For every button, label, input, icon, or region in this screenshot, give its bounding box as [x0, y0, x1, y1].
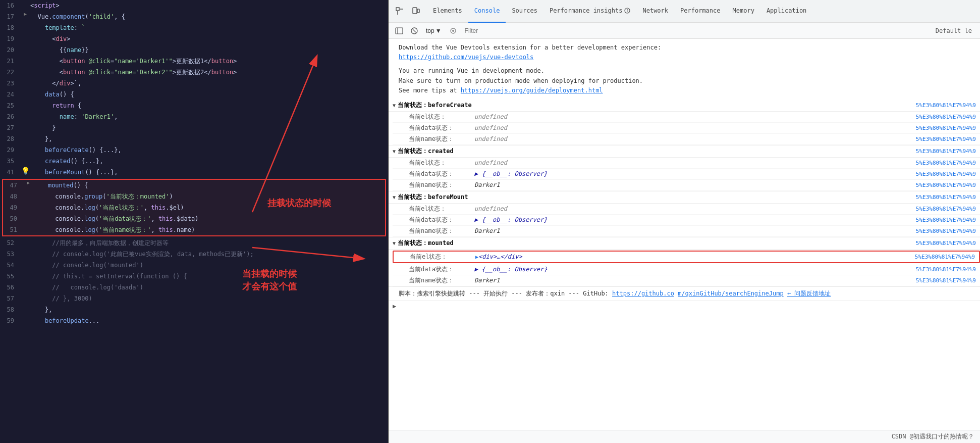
clear-console-button[interactable] [408, 24, 421, 37]
code-line-59: 59 beforeUpdate... [0, 315, 388, 326]
beforecreate-name-link[interactable]: 5%E3%80%81%E7%94%9 [916, 136, 976, 142]
beforemount-data-link[interactable]: 5%E3%80%81%E7%94%9 [916, 217, 976, 223]
csdn-text: CSDN @初遇我口寸的热情呢？ [892, 432, 974, 441]
console-output-area[interactable]: Download the Vue Devtools extension for … [389, 39, 980, 430]
code-line-55: 55 // this.t = setInterval(function () { [0, 271, 388, 282]
deployment-link[interactable]: https://vuejs.org/guide/deployment.html [461, 87, 603, 94]
tab-performance[interactable]: Performance [674, 0, 726, 23]
console-filter-input[interactable] [462, 26, 934, 35]
github-link2[interactable]: m/qxinGitHub/searchEngineJump [678, 290, 784, 297]
beforecreate-el-link[interactable]: 5%E3%80%81%E7%94%9 [916, 114, 976, 120]
mounted-name-row: 当前name状态： Darker1 5%E3%80%81%E7%94%9 [393, 275, 980, 286]
tab-console[interactable]: Console [468, 0, 506, 23]
expand-icon-beforemount: ▼ [393, 194, 396, 200]
section-mounted: ▼ 当前状态：mounted 5%E3%80%81%E7%94%9 当前el状态… [389, 237, 980, 287]
svg-rect-7 [417, 9, 419, 13]
section-mounted-content: 当前el状态： ▶ <div>…</div> 5%E3%80%81%E7%94%… [389, 251, 980, 286]
feedback-link[interactable]: ← 问题反馈地址 [787, 290, 831, 297]
code-line-35: 35 created() {...}, [0, 156, 388, 167]
svg-rect-3 [396, 8, 399, 11]
created-source-link[interactable]: 5%E3%80%81%E7%94%9 [916, 148, 976, 155]
default-level-selector[interactable]: Default le [936, 27, 976, 34]
code-line-28: 28 }, [0, 133, 388, 144]
tab-elements[interactable]: Elements [427, 0, 468, 23]
section-beforemount-content: 当前el状态： undefined 5%E3%80%81%E7%94%9 当前d… [389, 204, 980, 237]
tab-network[interactable]: Network [636, 0, 674, 23]
tab-performance-insights[interactable]: Performance insights [543, 0, 637, 23]
beforecreate-data-link[interactable]: 5%E3%80%81%E7%94%9 [916, 125, 976, 131]
mounted-name-link[interactable]: 5%E3%80%81%E7%94%9 [916, 277, 976, 284]
section-beforecreate-header[interactable]: ▼ 当前状态：beforeCreate 5%E3%80%81%E7%94%9 [389, 100, 980, 112]
section-beforemount: ▼ 当前状态：beforeMount 5%E3%80%81%E7%94%9 当前… [389, 191, 980, 237]
expand-icon-mounted: ▼ [393, 240, 396, 246]
tab-sources[interactable]: Sources [506, 0, 543, 23]
code-line-26: 26 name: 'Darker1', [0, 111, 388, 122]
beforecreate-el-row: 当前el状态： undefined 5%E3%80%81%E7%94%9 [393, 112, 980, 123]
tab-memory[interactable]: Memory [727, 0, 760, 23]
section-beforemount-header[interactable]: ▼ 当前状态：beforeMount 5%E3%80%81%E7%94%9 [389, 191, 980, 204]
created-name-link[interactable]: 5%E3%80%81%E7%94%9 [916, 182, 976, 188]
svg-rect-6 [413, 8, 417, 14]
svg-point-16 [452, 30, 454, 32]
section-mounted-header[interactable]: ▼ 当前状态：mounted 5%E3%80%81%E7%94%9 [389, 237, 980, 250]
code-line-41: 41 💡 beforeMount() {...}, [0, 167, 388, 178]
inspect-element-button[interactable] [393, 4, 407, 18]
execution-context-selector[interactable]: top ▼ [423, 26, 445, 35]
live-expressions-button[interactable] [447, 24, 460, 37]
mounted-data-row: 当前data状态： ▶ {__ob__: Observer} 5%E3%80%8… [393, 264, 980, 275]
beforemount-data-row: 当前data状态： ▶ {__ob__: Observer} 5%E3%80%8… [393, 215, 980, 226]
device-toolbar-button[interactable] [409, 4, 423, 18]
code-line-51: 51 console.log('当前name状态：', this.name) [3, 224, 385, 235]
beforemount-el-row: 当前el状态： undefined 5%E3%80%81%E7%94%9 [393, 204, 980, 215]
csdn-bottom-bar: CSDN @初遇我口寸的热情呢？ [389, 430, 980, 443]
code-line-58: 58 }, [0, 304, 388, 315]
created-data-link[interactable]: 5%E3%80%81%E7%94%9 [916, 171, 976, 177]
expand-icon-created: ▼ [393, 149, 396, 154]
tab-application[interactable]: Application [760, 0, 812, 23]
expand-more-button[interactable]: ▶ [389, 301, 980, 312]
code-line-48: 48 console.group('当前状态：mounted') [3, 191, 385, 202]
beforemount-name-row: 当前name状态： Darker1 5%E3%80%81%E7%94%9 [393, 226, 980, 237]
code-line-29: 29 beforeCreate() {...}, [0, 144, 388, 156]
code-line-22: 22 <button @click="name='Darker2'">更新数据2… [0, 67, 388, 78]
created-el-link[interactable]: 5%E3%80%81%E7%94%9 [916, 160, 976, 166]
vue-devtools-link[interactable]: https://github.com/vuejs/vue-devtools [399, 54, 533, 61]
expand-icon-beforecreate: ▼ [393, 103, 396, 108]
code-line-19: 19 <div> [0, 33, 388, 44]
code-line-23: 23 </div>`, [0, 78, 388, 89]
section-beforecreate: ▼ 当前状态：beforeCreate 5%E3%80%81%E7%94%9 当… [389, 100, 980, 145]
beforemount-name-link[interactable]: 5%E3%80%81%E7%94%9 [916, 228, 976, 234]
code-editor-panel: 16 <script> 17 ▶ Vue.component('child', … [0, 0, 389, 443]
beforemount-source-link[interactable]: 5%E3%80%81%E7%94%9 [916, 194, 976, 201]
section-beforecreate-title: 当前状态：beforeCreate [398, 101, 472, 110]
svg-line-14 [413, 29, 416, 32]
code-lines: 16 <script> 17 ▶ Vue.component('child', … [0, 0, 388, 326]
code-line-16: 16 <script> [0, 0, 388, 11]
mounted-el-link[interactable]: 5%E3%80%81%E7%94%9 [915, 254, 975, 260]
mounted-source-link[interactable]: 5%E3%80%81%E7%94%9 [916, 240, 976, 247]
section-mounted-title: 当前状态：mounted [398, 239, 454, 248]
section-created-header[interactable]: ▼ 当前状态：created 5%E3%80%81%E7%94%9 [389, 145, 980, 158]
script-message: 脚本：搜索引擎快捷跳转 --- 开始执行 --- 发布者：qxin --- Gi… [389, 287, 980, 301]
beforemount-el-link[interactable]: 5%E3%80%81%E7%94%9 [916, 206, 976, 212]
code-line-49: 49 console.log('当前el状态：', this.$el) [3, 202, 385, 213]
code-line-57: 57 // }, 3000) [0, 293, 388, 304]
mounted-data-link[interactable]: 5%E3%80%81%E7%94%9 [916, 266, 976, 273]
console-sidebar-button[interactable] [393, 24, 406, 37]
created-name-row: 当前name状态： Darker1 5%E3%80%81%E7%94%9 [393, 180, 980, 191]
code-line-27: 27 } [0, 122, 388, 133]
mounted-el-row: 当前el状态： ▶ <div>…</div> 5%E3%80%81%E7%94%… [393, 251, 980, 263]
devtools-icon-buttons [393, 4, 423, 18]
beforecreate-data-row: 当前data状态： undefined 5%E3%80%81%E7%94%9 [393, 123, 980, 134]
performance-insights-icon [624, 8, 630, 14]
created-el-row: 当前el状态： undefined 5%E3%80%81%E7%94%9 [393, 158, 980, 169]
beforecreate-name-row: 当前name状态： undefined 5%E3%80%81%E7%94%9 [393, 134, 980, 145]
code-line-56: 56 // console.log('daada') [0, 282, 388, 293]
dev-mode-message: You are running Vue in development mode.… [389, 64, 980, 100]
code-line-17: 17 ▶ Vue.component('child', { [0, 11, 388, 22]
github-link1[interactable]: https://github.co [612, 290, 674, 297]
beforecreate-source-link[interactable]: 5%E3%80%81%E7%94%9 [916, 102, 976, 109]
section-created-title: 当前状态：created [398, 147, 454, 156]
code-line-50: 50 console.log('当前data状态：', this.$data) [3, 213, 385, 224]
devtools-tabs-bar: Elements Console Sources Performance ins… [389, 0, 980, 23]
